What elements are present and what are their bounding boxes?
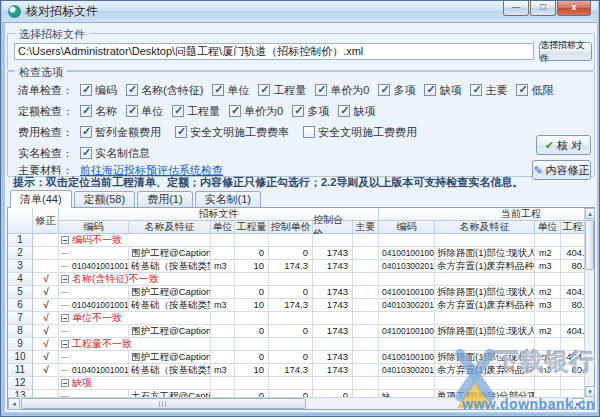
current-code-cell: 040103002016 xyxy=(379,260,435,273)
tree-collapse-icon[interactable] xyxy=(61,379,69,387)
tab[interactable]: 定额(58) xyxy=(74,191,136,207)
checkbox[interactable] xyxy=(80,105,92,117)
checkbox[interactable] xyxy=(315,84,327,96)
minimize-button[interactable]: — xyxy=(503,1,529,16)
scroll-up-arrow[interactable]: ▲ xyxy=(585,208,595,219)
current-qty-cell: 404.3 xyxy=(561,351,584,364)
current-qty-cell xyxy=(561,338,584,351)
vertical-scroll-thumb[interactable] xyxy=(585,220,594,270)
tab-label: 定额(58) xyxy=(84,192,126,207)
table-row[interactable]: 1 编码不一致 xyxy=(8,234,584,247)
current-unit-cell: m3 xyxy=(535,364,561,377)
table-row[interactable]: 9 √ 工程量不一致 xyxy=(8,338,584,351)
scroll-right-arrow[interactable]: ► xyxy=(572,398,584,410)
checkbox[interactable] xyxy=(378,84,390,96)
checkbox-option[interactable]: 缺项 xyxy=(338,104,375,119)
qty-cell: 0 xyxy=(235,351,269,364)
checkbox-option[interactable]: 安全文明施工费费用 xyxy=(303,125,417,140)
checkbox-option[interactable]: 低限 xyxy=(516,83,553,98)
tab[interactable]: 费用(1) xyxy=(137,191,192,207)
maximize-button[interactable]: □ xyxy=(530,1,556,16)
checkbox[interactable] xyxy=(80,84,92,96)
current-qty-cell: 404.3 xyxy=(561,325,584,338)
table-row[interactable]: 2 围护工程@Caption@ 0 0 1743 0410010010 xyxy=(8,247,584,260)
vertical-scrollbar[interactable]: ▲ ▼ xyxy=(584,208,594,397)
tree-collapse-icon[interactable] xyxy=(61,275,69,283)
checkbox[interactable] xyxy=(212,84,224,96)
current-qty-cell xyxy=(561,312,584,325)
tree-branch-icon xyxy=(61,253,69,254)
checkbox-option[interactable]: 安全文明施工费费率 xyxy=(175,125,289,140)
checkbox[interactable] xyxy=(126,84,138,96)
table-row[interactable]: 5 √ 围护工程@Caption@ 0 0 1743 041001001 xyxy=(8,286,584,299)
checkbox[interactable] xyxy=(258,84,270,96)
current-code-cell xyxy=(379,377,435,390)
checkbox[interactable] xyxy=(80,147,92,159)
checkbox-option[interactable]: 工程量 xyxy=(258,83,306,98)
checkbox-option[interactable]: 多项 xyxy=(292,104,329,119)
checkbox-option[interactable]: 单位 xyxy=(212,83,249,98)
checkbox[interactable] xyxy=(172,105,184,117)
checkbox-option[interactable]: 多项 xyxy=(378,83,415,98)
table-row[interactable]: 4 √ 名称(含特征)不一致 xyxy=(8,273,584,286)
tab[interactable]: 清单(44) xyxy=(10,190,72,208)
checkbox-option[interactable]: 单位 xyxy=(126,104,163,119)
unit-cell: m3 xyxy=(211,364,235,377)
qty-cell xyxy=(235,273,269,286)
tree-collapse-icon[interactable] xyxy=(61,236,69,244)
table-row[interactable]: 12 缺项 xyxy=(8,377,584,390)
current-name-cell xyxy=(435,377,535,390)
checkbox-label: 单位 xyxy=(227,83,249,98)
browse-file-button[interactable]: 选择招标文件 xyxy=(539,42,592,61)
control-total-cell: 0 xyxy=(313,390,353,397)
checkbox-option[interactable]: 暂列金额费用 xyxy=(80,125,161,140)
name-cell: 土石方工程@Caption@ xyxy=(129,390,211,397)
table-row[interactable]: 13 土石方工程@Caption@ 0 0 0 缺 xyxy=(8,390,584,397)
checkbox-option[interactable]: 工程量 xyxy=(172,104,220,119)
table-row[interactable]: 11 √ 010401001001//010 砖基础（按基础类型分别 m3 10… xyxy=(8,364,584,377)
scroll-left-arrow[interactable]: ◄ xyxy=(8,398,20,410)
checkbox-option[interactable]: 实名制信息 xyxy=(80,146,150,161)
code-cell xyxy=(59,247,129,260)
checkbox-option[interactable]: 单价为0 xyxy=(229,104,283,119)
qty-cell xyxy=(235,234,269,247)
checkbox-option[interactable]: 名称(含特征) xyxy=(126,83,203,98)
tree-collapse-icon[interactable] xyxy=(61,340,69,348)
checkbox[interactable] xyxy=(303,126,315,138)
horizontal-scroll-thumb[interactable] xyxy=(21,398,306,409)
tree-branch-icon xyxy=(61,292,69,293)
checkbox[interactable] xyxy=(126,105,138,117)
checkbox-option[interactable]: 编码 xyxy=(80,83,117,98)
checkbox-option[interactable]: 缺项 xyxy=(424,83,461,98)
group-label-cell: 编码不一致 xyxy=(59,234,211,247)
horizontal-scrollbar[interactable]: ◄ ► xyxy=(8,397,584,409)
table-row[interactable]: 10 √ 围护工程@Caption@ 0 0 1743 04100100 xyxy=(8,351,584,364)
check-button[interactable]: ✔ 核 对 xyxy=(536,135,591,155)
checkbox-option[interactable]: 主要 xyxy=(470,83,507,98)
checkbox[interactable] xyxy=(516,84,528,96)
file-path-input[interactable] xyxy=(14,43,534,60)
checkbox[interactable] xyxy=(80,126,92,138)
checkbox-option[interactable]: 单价为0 xyxy=(315,83,369,98)
checkbox[interactable] xyxy=(470,84,482,96)
content-fix-button[interactable]: ✎ 内容修正 xyxy=(532,160,591,180)
table-row[interactable]: 8 √ 围护工程@Caption@ 0 0 1743 041001001 xyxy=(8,325,584,338)
unit-cell xyxy=(211,325,235,338)
table-row[interactable]: 7 √ 单位不一致 xyxy=(8,312,584,325)
tab[interactable]: 实名制(1) xyxy=(195,191,261,207)
checkbox-option[interactable]: 名称 xyxy=(80,104,117,119)
checkbox[interactable] xyxy=(338,105,350,117)
scroll-down-arrow[interactable]: ▼ xyxy=(585,386,595,397)
checkbox[interactable] xyxy=(229,105,241,117)
table-row[interactable]: 3 010401001001//010 砖基础（按基础类型分别 m3 10 17… xyxy=(8,260,584,273)
checkbox-label: 安全文明施工费费用 xyxy=(318,125,417,140)
list-check-label: 清单检查： xyxy=(18,83,80,98)
close-button[interactable]: x xyxy=(557,1,591,16)
table-row[interactable]: 6 √ 010401001001//010 砖基础（按基础类型分别 m3 10 … xyxy=(8,299,584,312)
checkbox[interactable] xyxy=(292,105,304,117)
checkbox[interactable] xyxy=(175,126,187,138)
checkbox[interactable] xyxy=(424,84,436,96)
tree-collapse-icon[interactable] xyxy=(61,314,69,322)
major-header: 主要 xyxy=(353,221,379,234)
current-code-cell xyxy=(379,234,435,247)
